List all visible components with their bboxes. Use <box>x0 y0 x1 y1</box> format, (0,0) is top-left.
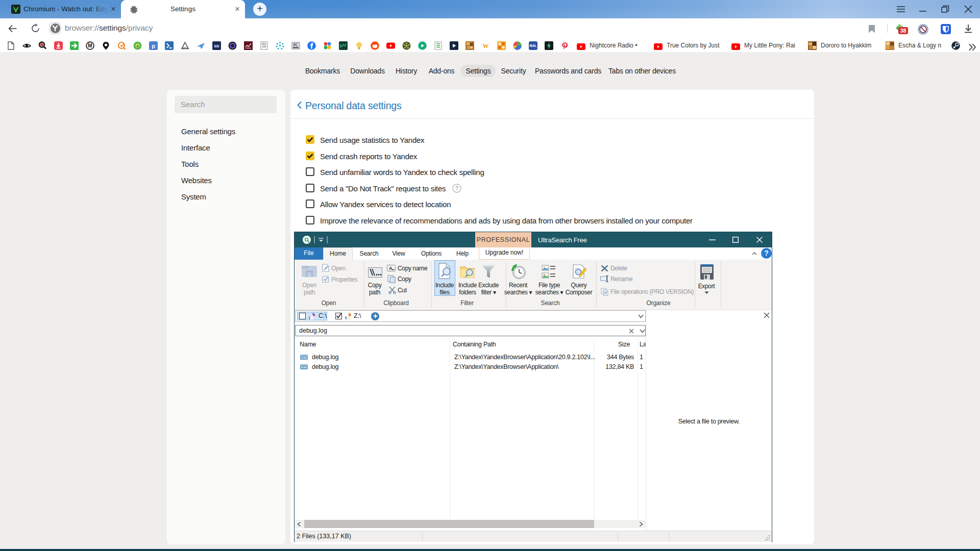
svg-text:MAL: MAL <box>530 44 537 47</box>
svg-text:p: p <box>152 43 155 49</box>
svg-text:AREA: AREA <box>182 46 189 49</box>
svg-text:4: 4 <box>136 44 139 48</box>
svg-text:PC: PC <box>293 43 299 47</box>
svg-text:A: A <box>389 266 393 271</box>
svg-text:W: W <box>483 42 489 49</box>
svg-text:38: 38 <box>900 28 906 34</box>
svg-text:M: M <box>88 43 92 48</box>
svg-text:?: ? <box>455 185 458 191</box>
svg-text:110: 110 <box>262 45 266 48</box>
svg-text:BB: BB <box>214 44 219 48</box>
